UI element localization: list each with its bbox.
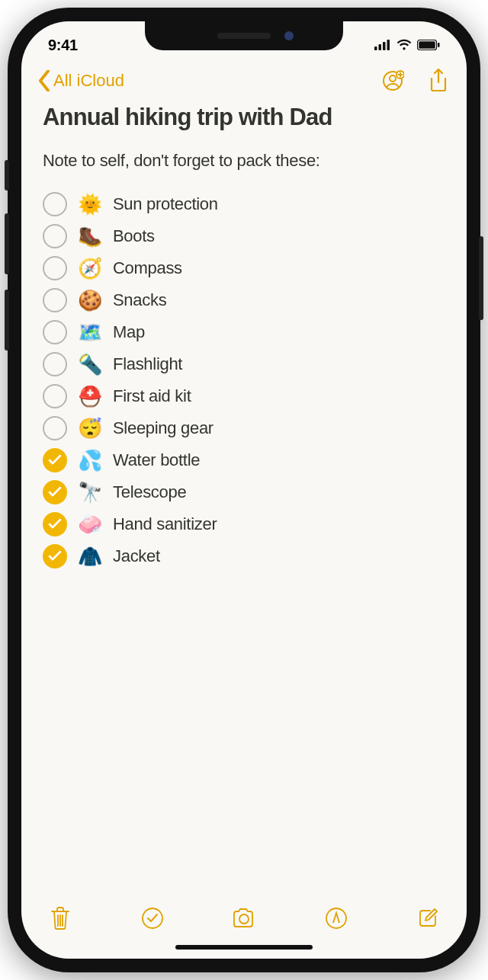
- note-title[interactable]: Annual hiking trip with Dad: [43, 104, 445, 131]
- person-add-icon: [381, 69, 404, 92]
- check-icon: [48, 487, 62, 498]
- item-text[interactable]: Snacks: [113, 290, 166, 310]
- checkbox-checked[interactable]: [43, 512, 67, 536]
- checkbox-unchecked[interactable]: [43, 320, 67, 344]
- item-text[interactable]: Hand sanitizer: [113, 514, 217, 534]
- cellular-icon: [374, 37, 391, 54]
- svg-rect-2: [383, 42, 386, 50]
- item-text[interactable]: Sleeping gear: [113, 418, 214, 438]
- checkbox-checked[interactable]: [43, 544, 67, 568]
- item-emoji: 🗺️: [76, 321, 104, 344]
- item-emoji: 🔭: [76, 481, 104, 504]
- item-emoji: 🧼: [76, 513, 104, 536]
- check-item[interactable]: 🥾Boots: [43, 224, 445, 248]
- checkbox-unchecked[interactable]: [43, 192, 67, 216]
- note-subtitle[interactable]: Note to self, don't forget to pack these…: [43, 151, 445, 171]
- pen-circle-icon: [325, 907, 348, 930]
- trash-icon: [50, 906, 71, 930]
- note-content[interactable]: July 27, 2019 at 4:12 PM Annual hiking t…: [21, 102, 467, 892]
- status-time: 9:41: [48, 37, 78, 54]
- wifi-icon: [396, 37, 413, 54]
- item-text[interactable]: First aid kit: [113, 386, 191, 406]
- check-icon: [48, 551, 62, 562]
- item-emoji: 🧭: [76, 257, 104, 280]
- checkmark-circle-icon: [141, 907, 164, 930]
- svg-rect-1: [379, 44, 382, 50]
- camera-icon: [231, 908, 257, 929]
- item-text[interactable]: Telescope: [113, 482, 186, 502]
- compose-button[interactable]: [415, 905, 441, 931]
- checkbox-unchecked[interactable]: [43, 352, 67, 376]
- share-icon: [429, 69, 448, 93]
- item-text[interactable]: Flashlight: [113, 354, 182, 374]
- home-indicator[interactable]: [175, 945, 313, 950]
- svg-point-8: [390, 75, 396, 82]
- checkbox-unchecked[interactable]: [43, 384, 67, 408]
- compose-icon: [416, 907, 439, 930]
- item-text[interactable]: Sun protection: [113, 194, 218, 214]
- screen: 9:41 All iCloud: [21, 21, 467, 959]
- check-item[interactable]: 🧼Hand sanitizer: [43, 512, 445, 536]
- checkbox-unchecked[interactable]: [43, 416, 67, 440]
- check-item[interactable]: 💦Water bottle: [43, 448, 445, 472]
- checklist-button[interactable]: [140, 905, 165, 931]
- check-icon: [48, 519, 62, 530]
- item-emoji: 🥾: [76, 225, 104, 248]
- device-frame: 9:41 All iCloud: [8, 8, 480, 972]
- check-item[interactable]: 🌞Sun protection: [43, 192, 445, 216]
- svg-rect-0: [374, 46, 377, 50]
- check-item[interactable]: 🧥Jacket: [43, 544, 445, 568]
- svg-rect-6: [438, 43, 440, 47]
- item-emoji: 🧥: [76, 545, 104, 568]
- item-text[interactable]: Boots: [113, 226, 155, 246]
- check-item[interactable]: 🧭Compass: [43, 256, 445, 280]
- item-emoji: 🔦: [76, 353, 104, 376]
- item-text[interactable]: Compass: [113, 258, 182, 278]
- checklist: 🌞Sun protection🥾Boots🧭Compass🍪Snacks🗺️Ma…: [43, 192, 445, 568]
- check-item[interactable]: ⛑️First aid kit: [43, 384, 445, 408]
- check-item[interactable]: 🗺️Map: [43, 320, 445, 344]
- notch: [145, 21, 343, 50]
- check-item[interactable]: 🔦Flashlight: [43, 352, 445, 376]
- checkbox-unchecked[interactable]: [43, 288, 67, 312]
- checkbox-unchecked[interactable]: [43, 256, 67, 280]
- share-button[interactable]: [427, 69, 450, 92]
- check-item[interactable]: 😴Sleeping gear: [43, 416, 445, 440]
- check-item[interactable]: 🔭Telescope: [43, 480, 445, 504]
- svg-point-11: [239, 914, 249, 924]
- check-item[interactable]: 🍪Snacks: [43, 288, 445, 312]
- checkbox-checked[interactable]: [43, 448, 67, 472]
- item-emoji: 🌞: [76, 193, 104, 216]
- svg-point-10: [143, 908, 162, 928]
- collaborate-button[interactable]: [381, 69, 404, 92]
- chevron-left-icon: [38, 70, 50, 91]
- markup-button[interactable]: [323, 905, 349, 931]
- item-emoji: 🍪: [76, 289, 104, 312]
- camera-button[interactable]: [231, 905, 257, 931]
- svg-rect-5: [419, 41, 435, 48]
- check-icon: [48, 455, 62, 466]
- item-emoji: 😴: [76, 417, 104, 440]
- nav-bar: All iCloud: [21, 59, 467, 102]
- item-emoji: ⛑️: [76, 385, 104, 408]
- item-text[interactable]: Map: [113, 322, 145, 342]
- back-button[interactable]: All iCloud: [38, 70, 124, 91]
- item-emoji: 💦: [76, 449, 104, 472]
- back-label: All iCloud: [53, 71, 124, 91]
- svg-rect-3: [387, 40, 390, 50]
- checkbox-unchecked[interactable]: [43, 224, 67, 248]
- item-text[interactable]: Jacket: [113, 546, 160, 566]
- battery-icon: [417, 37, 440, 54]
- delete-button[interactable]: [47, 905, 73, 931]
- bottom-toolbar: [21, 892, 467, 945]
- item-text[interactable]: Water bottle: [113, 450, 200, 470]
- checkbox-checked[interactable]: [43, 480, 67, 504]
